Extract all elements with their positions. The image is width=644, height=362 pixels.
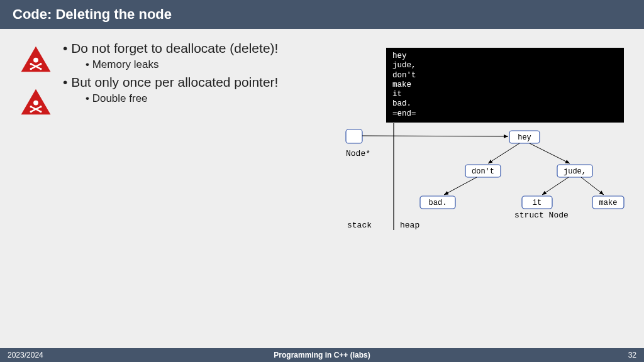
tree-node: it: [533, 199, 541, 207]
sub-bullet: Memory leaks: [86, 58, 278, 71]
tree-node: make: [599, 199, 618, 207]
svg-point-13: [40, 106, 42, 107]
svg-point-6: [30, 68, 31, 70]
struct-label: struct Node: [514, 211, 569, 220]
svg-point-4: [30, 63, 31, 65]
heap-label: heap: [400, 221, 419, 230]
svg-rect-17: [346, 129, 362, 143]
slide-title: Code: Deleting the node: [13, 6, 172, 23]
bullet-item: But only once per allocated pointer! Dou…: [63, 75, 278, 105]
svg-point-12: [30, 106, 31, 107]
warning-icon: [20, 88, 52, 116]
svg-point-1: [33, 58, 38, 63]
svg-point-15: [40, 111, 42, 112]
svg-point-7: [40, 68, 42, 70]
stack-label: stack: [347, 221, 372, 230]
tree-node: don't: [472, 167, 494, 176]
tree-node: bad.: [429, 199, 447, 207]
footer-year: 2023/2024: [8, 351, 43, 359]
bullet-item: Do not forget to deallocate (delete)! Me…: [63, 41, 278, 71]
svg-point-5: [40, 63, 42, 65]
svg-line-29: [581, 177, 604, 195]
slide-footer: 2023/2024 Programming in C++ (labs) 32: [0, 348, 644, 362]
warning-icon: [20, 45, 52, 73]
footer-page: 32: [628, 351, 636, 359]
tree-node: hey: [518, 133, 531, 142]
tree-node: jude,: [564, 167, 586, 176]
svg-point-14: [30, 111, 31, 112]
bullet-text: Do not forget to deallocate (delete)!: [71, 41, 278, 55]
svg-line-28: [542, 177, 569, 195]
svg-line-26: [530, 143, 570, 163]
sub-bullet: Double free: [86, 92, 278, 105]
bullet-text: But only once per allocated pointer!: [71, 75, 278, 89]
svg-line-27: [444, 177, 477, 195]
tree-diagram: Node* stack heap struct Node hey don't j…: [340, 123, 635, 236]
pointer-label: Node*: [346, 149, 370, 158]
svg-line-24: [362, 136, 508, 136]
footer-course: Programming in C++ (labs): [274, 351, 370, 359]
svg-point-9: [33, 101, 38, 106]
terminal-output: hey jude, don't make it bad. =end=: [386, 48, 624, 123]
slide-header: Code: Deleting the node: [0, 0, 644, 29]
bullet-list: Do not forget to deallocate (delete)! Me…: [63, 41, 278, 109]
svg-line-25: [488, 143, 519, 163]
